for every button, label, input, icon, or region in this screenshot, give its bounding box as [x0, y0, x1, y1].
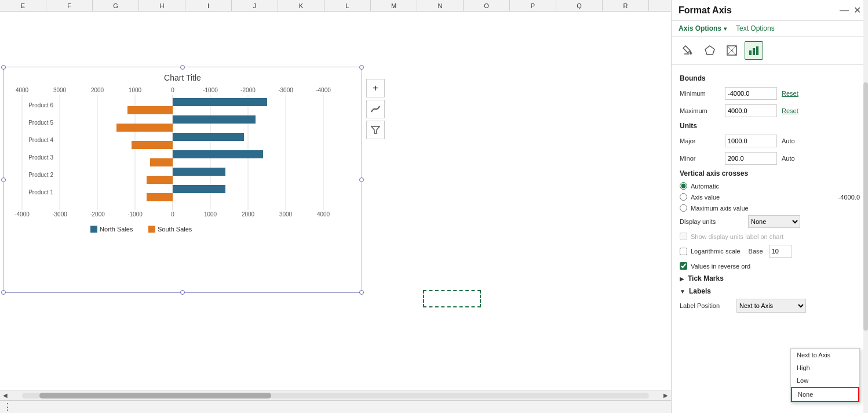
svg-text:Product 2: Product 2 [28, 172, 53, 178]
col-O[interactable]: O [464, 0, 510, 11]
logarithmic-scale-label: Logarithmic scale [691, 248, 741, 255]
axis-value-radio[interactable] [680, 193, 687, 201]
base-input[interactable] [769, 245, 792, 258]
chart-handle-br[interactable] [359, 290, 364, 295]
dropdown-item-none[interactable]: None [791, 387, 859, 402]
automatic-radio[interactable] [680, 182, 687, 190]
chart-handle-tr[interactable] [359, 65, 364, 70]
options-icon-btn[interactable] [745, 41, 763, 60]
fill-icon-btn[interactable] [679, 41, 697, 60]
svg-rect-33 [150, 158, 173, 166]
col-G[interactable]: G [93, 0, 139, 11]
chart-svg: 4000 3000 2000 1000 0 -1000 -2000 -3000 … [9, 85, 345, 242]
labels-chevron: ▼ [680, 288, 685, 295]
col-I[interactable]: I [185, 0, 232, 11]
col-N[interactable]: N [417, 0, 464, 11]
minimum-input[interactable] [725, 87, 777, 100]
minor-input[interactable] [725, 152, 777, 165]
panel-minimize-btn[interactable]: — [840, 5, 849, 16]
horizontal-scrollbar[interactable]: ◀ ▶ [0, 390, 671, 400]
tick-marks-label: Tick Marks [688, 274, 724, 282]
col-P[interactable]: P [510, 0, 556, 11]
maximum-reset-btn[interactable]: Reset [782, 107, 798, 114]
base-label: Base [749, 248, 763, 255]
col-Q[interactable]: Q [556, 0, 603, 11]
dropdown-item-high[interactable]: High [791, 361, 859, 374]
bar-chart-icon [748, 45, 760, 56]
chart-handle-bl[interactable] [1, 290, 6, 295]
col-J[interactable]: J [232, 0, 278, 11]
svg-marker-51 [705, 46, 714, 55]
col-K[interactable]: K [278, 0, 324, 11]
col-M[interactable]: M [371, 0, 417, 11]
spreadsheet-area: E F G H I J K L M N O P Q R Chart Title [0, 0, 671, 413]
minor-label: Minor [680, 155, 720, 162]
size-icon-btn[interactable] [723, 41, 741, 60]
svg-rect-47 [148, 226, 155, 233]
logarithmic-scale-row: Logarithmic scale Base [680, 245, 860, 258]
svg-rect-56 [753, 48, 755, 55]
tab-text-options[interactable]: Text Options [736, 24, 775, 32]
tick-marks-section[interactable]: ▶ Tick Marks [680, 274, 860, 282]
scroll-right-btn[interactable]: ▶ [661, 390, 671, 401]
col-E[interactable]: E [0, 0, 46, 11]
dropdown-item-low[interactable]: Low [791, 374, 859, 387]
add-chart-element-btn[interactable]: + [366, 79, 385, 97]
chart-style-btn[interactable] [366, 100, 385, 118]
dots-menu-btn[interactable]: ⋮ [3, 401, 12, 412]
chart-handle-tm[interactable] [180, 65, 185, 70]
bottom-bar: ⋮ [0, 400, 671, 413]
svg-text:-4000: -4000 [14, 211, 30, 218]
scrollbar-thumb[interactable] [39, 393, 271, 398]
labels-section[interactable]: ▼ Labels [680, 287, 860, 295]
logarithmic-scale-checkbox[interactable] [680, 248, 687, 255]
dropdown-item-next-to-axis[interactable]: Next to Axis [791, 349, 859, 361]
minor-row: Minor Auto [680, 152, 860, 165]
maximum-input[interactable] [725, 104, 777, 117]
scrollbar-track[interactable] [22, 393, 649, 398]
column-headers: E F G H I J K L M N O P Q R [0, 0, 671, 12]
svg-text:Product 1: Product 1 [28, 189, 53, 195]
minimum-reset-btn[interactable]: Reset [782, 90, 798, 97]
panel-scroll-thumb[interactable] [863, 82, 868, 330]
tab-text-options-label: Text Options [736, 24, 775, 32]
max-axis-value-radio[interactable] [680, 204, 687, 212]
scroll-left-btn[interactable]: ◀ [0, 390, 10, 401]
max-axis-value-radio-label: Maximum axis value [691, 205, 749, 212]
svg-rect-30 [127, 106, 173, 114]
chevron-down-icon: ▾ [724, 26, 727, 32]
svg-rect-27 [173, 150, 263, 158]
chart-handle-bm[interactable] [180, 290, 185, 295]
effects-icon-btn[interactable] [701, 41, 719, 60]
svg-text:3000: 3000 [53, 87, 67, 93]
label-position-row: Label Position Next to Axis High Low Non… [680, 299, 860, 313]
pentagon-icon [704, 45, 716, 56]
chart-filter-btn[interactable] [366, 121, 385, 139]
major-input[interactable] [725, 135, 777, 147]
chart-handle-tl[interactable] [1, 65, 6, 70]
col-F[interactable]: F [46, 0, 93, 11]
col-L[interactable]: L [324, 0, 371, 11]
label-position-select[interactable]: Next to Axis High Low None [736, 299, 806, 313]
svg-text:-2000: -2000 [240, 87, 256, 93]
svg-rect-29 [173, 185, 225, 193]
chart-container[interactable]: Chart Title 4000 3000 2000 1000 0 -1000 … [3, 67, 362, 293]
svg-text:North Sales: North Sales [100, 226, 133, 233]
show-display-units-checkbox[interactable] [680, 233, 687, 240]
chart-handle-mr[interactable] [359, 177, 364, 182]
svg-text:2000: 2000 [91, 87, 104, 93]
panel-close-btn[interactable]: ✕ [854, 5, 861, 16]
values-reverse-checkbox[interactable] [680, 262, 687, 270]
panel-title: Format Axis [679, 5, 732, 16]
col-R[interactable]: R [603, 0, 649, 11]
display-units-select[interactable]: None Hundreds Thousands Millions [748, 215, 800, 228]
chart-toolbar: + [366, 79, 385, 139]
panel-scrollbar[interactable] [863, 0, 868, 413]
chart-title: Chart Title [9, 73, 356, 82]
col-H[interactable]: H [139, 0, 185, 11]
svg-text:South Sales: South Sales [158, 226, 192, 233]
tab-axis-options[interactable]: Axis Options ▾ [679, 24, 727, 32]
chart-handle-ml[interactable] [1, 177, 6, 182]
svg-rect-28 [173, 168, 225, 176]
panel-controls: — ✕ [840, 5, 861, 16]
